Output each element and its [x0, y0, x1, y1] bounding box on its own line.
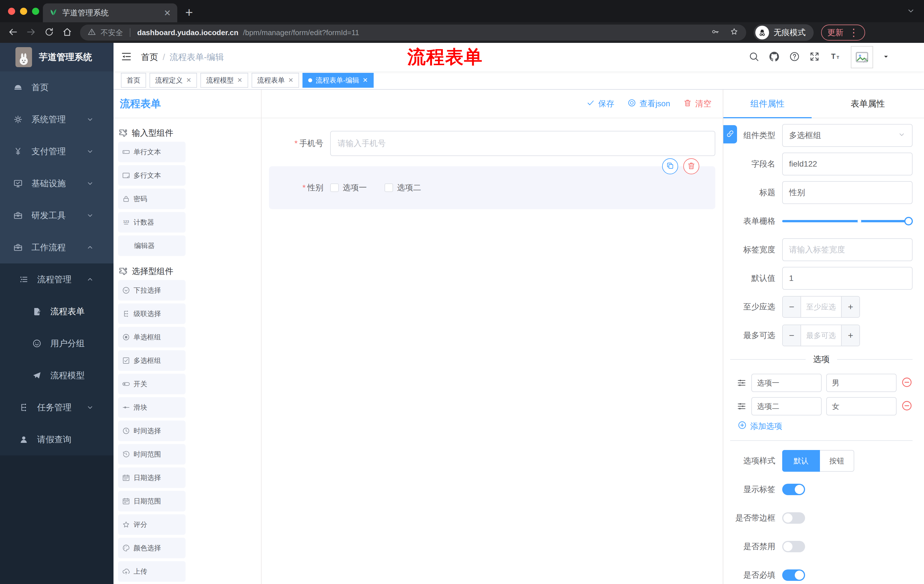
home-button[interactable] — [62, 33, 73, 38]
option-value-input[interactable]: 女 — [826, 397, 896, 415]
update-button[interactable]: 更新 ⋮ — [821, 25, 865, 41]
remove-option-button[interactable] — [901, 377, 912, 389]
style-default-button[interactable]: 默认 — [782, 450, 820, 472]
plus-button[interactable]: + — [841, 296, 860, 317]
github-button[interactable] — [769, 58, 780, 63]
field-name-input[interactable]: field122 — [782, 153, 912, 175]
sidebar-item-2[interactable]: 支付管理 — [0, 135, 114, 168]
tag-4[interactable]: 流程表单-编辑✕ — [302, 73, 373, 88]
sidebar-toggle[interactable] — [120, 59, 132, 63]
search-button[interactable] — [749, 58, 759, 63]
fullscreen-button[interactable] — [809, 58, 820, 63]
key-icon[interactable] — [711, 27, 720, 36]
close-window-button[interactable] — [8, 8, 15, 15]
toggle-switch[interactable] — [782, 484, 805, 495]
minimize-window-button[interactable] — [20, 8, 27, 15]
palette-item-1-9[interactable]: 日期范围 — [118, 491, 186, 512]
tab-close-icon[interactable]: ✕ — [164, 8, 171, 18]
palette-item-0-0[interactable]: 单行文本 — [118, 142, 186, 162]
link-tab[interactable] — [723, 125, 737, 143]
clear-button[interactable]: 清空 — [683, 98, 711, 109]
title-input[interactable]: 性别 — [782, 181, 912, 204]
palette-item-1-12[interactable]: 上传 — [118, 561, 186, 582]
palette-item-0-2[interactable]: 密码 — [118, 189, 186, 209]
toggle-switch[interactable] — [782, 512, 805, 524]
sidebar-item-7[interactable]: 流程表单 — [0, 295, 114, 327]
gender-checkbox-option2[interactable]: 选项二 — [384, 182, 421, 193]
option-label-input[interactable]: 选项二 — [751, 397, 822, 415]
sidebar-item-1[interactable]: 系统管理 — [0, 104, 114, 135]
sidebar-item-10[interactable]: 任务管理 — [0, 392, 114, 423]
tag-close-icon[interactable]: ✕ — [363, 77, 368, 84]
palette-item-1-11[interactable]: 颜色选择 — [118, 538, 186, 558]
font-size-button[interactable]: TT — [829, 58, 840, 63]
plus-button[interactable]: + — [841, 325, 860, 346]
tab-component-props[interactable]: 组件属性 — [723, 98, 812, 110]
toggle-switch[interactable] — [782, 569, 805, 581]
toggle-switch[interactable] — [782, 541, 805, 552]
tag-close-icon[interactable]: ✕ — [237, 77, 242, 84]
field-phone-input[interactable]: 请输入手机号 — [330, 131, 715, 156]
sidebar-item-8[interactable]: 用户分组 — [0, 327, 114, 359]
tag-2[interactable]: 流程模型✕ — [200, 73, 248, 88]
remove-option-button[interactable] — [901, 400, 912, 413]
label-width-input[interactable]: 请输入标签宽度 — [782, 238, 912, 261]
palette-item-1-0[interactable]: 下拉选择 — [118, 280, 186, 301]
tag-1[interactable]: 流程定义✕ — [150, 73, 197, 88]
view-json-button[interactable]: 查看json — [627, 98, 670, 109]
palette-item-1-8[interactable]: 日期选择 — [118, 467, 186, 488]
help-button[interactable] — [789, 58, 800, 63]
tag-close-icon[interactable]: ✕ — [288, 77, 293, 84]
sidebar-item-9[interactable]: 流程模型 — [0, 359, 114, 392]
save-button[interactable]: 保存 — [586, 98, 614, 109]
tab-form-props[interactable]: 表单属性 — [812, 98, 924, 110]
grid-slider[interactable] — [782, 220, 909, 222]
gender-checkbox-option1[interactable]: 选项一 — [330, 182, 367, 193]
back-button[interactable] — [7, 33, 18, 38]
default-value-input[interactable]: 1 — [782, 267, 912, 290]
traffic-lights[interactable] — [8, 8, 39, 15]
avatar[interactable] — [851, 46, 873, 68]
sidebar-item-6[interactable]: 流程管理 — [0, 263, 114, 295]
reload-button[interactable] — [44, 33, 54, 38]
style-button-button[interactable]: 按钮 — [820, 450, 854, 472]
add-option-button[interactable]: 添加选项 — [723, 421, 912, 432]
max-select-stepper[interactable]: − 最多可选 + — [782, 324, 860, 346]
browser-tab[interactable]: 芋道管理系统 ✕ — [43, 3, 177, 22]
user-menu-caret[interactable] — [882, 56, 890, 61]
forward-button[interactable] — [26, 33, 36, 38]
option-label-input[interactable]: 选项一 — [751, 374, 822, 392]
palette-item-1-10[interactable]: 评分 — [118, 514, 186, 535]
tag-0[interactable]: 首页 — [121, 73, 146, 88]
breadcrumb-home[interactable]: 首页 — [141, 51, 158, 63]
canvas-field-gender-selected[interactable]: 性别 选项一 选项二 — [269, 166, 715, 209]
new-tab-button[interactable]: + — [185, 6, 193, 19]
sidebar-item-3[interactable]: 基础设施 — [0, 168, 114, 199]
palette-item-1-3[interactable]: 多选框组 — [118, 350, 186, 371]
url-bar[interactable]: 不安全 dashboard.yudao.iocoder.cn /bpm/mana… — [80, 25, 746, 41]
palette-item-1-5[interactable]: 滑块 — [118, 397, 186, 418]
tag-3[interactable]: 流程表单✕ — [252, 73, 299, 88]
menu-dots-icon[interactable]: ⋮ — [848, 26, 859, 39]
tag-close-icon[interactable]: ✕ — [186, 77, 191, 84]
min-select-stepper[interactable]: − 至少应选 + — [782, 296, 860, 318]
sidebar-item-11[interactable]: 请假查询 — [0, 423, 114, 456]
sidebar-item-0[interactable]: 首页 — [0, 71, 114, 104]
palette-item-1-7[interactable]: 时间范围 — [118, 444, 186, 465]
option-value-input[interactable]: 男 — [826, 374, 896, 392]
palette-item-1-2[interactable]: 单选框组 — [118, 327, 186, 347]
minus-button[interactable]: − — [783, 325, 801, 346]
copy-field-button[interactable] — [662, 158, 678, 174]
maximize-window-button[interactable] — [32, 8, 39, 15]
sidebar-item-5[interactable]: 工作流程 — [0, 232, 114, 263]
palette-item-1-6[interactable]: 时间选择 — [118, 421, 186, 441]
palette-item-1-4[interactable]: 开关 — [118, 374, 186, 394]
minus-button[interactable]: − — [783, 296, 801, 317]
sidebar-item-4[interactable]: 研发工具 — [0, 199, 114, 232]
star-icon[interactable] — [729, 27, 739, 36]
drag-handle-icon[interactable] — [736, 401, 747, 411]
drag-handle-icon[interactable] — [736, 378, 747, 388]
delete-field-button[interactable] — [683, 158, 699, 174]
palette-item-1-1[interactable]: 级联选择 — [118, 303, 186, 324]
palette-item-0-3[interactable]: 123计数器 — [118, 212, 186, 233]
